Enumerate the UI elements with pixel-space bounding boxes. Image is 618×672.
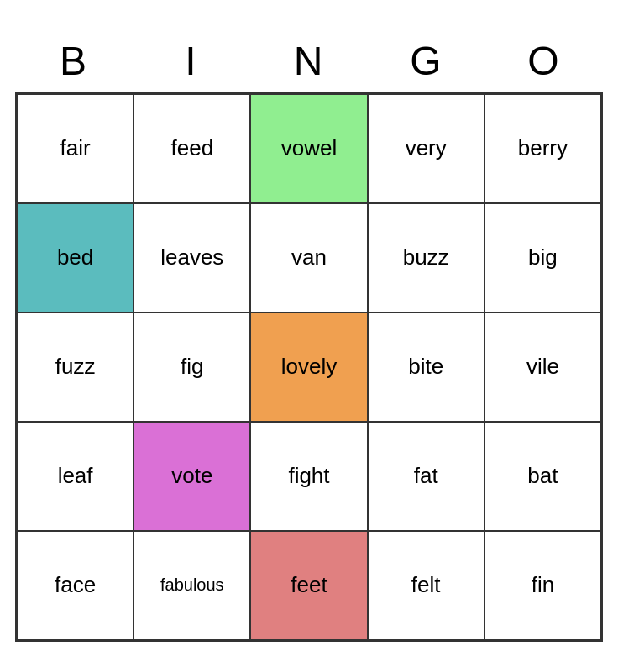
- bingo-cell[interactable]: face: [17, 531, 134, 640]
- cell-word: feed: [170, 135, 213, 161]
- cell-word: fabulous: [160, 575, 224, 595]
- header-letter: B: [15, 31, 133, 91]
- cell-word: bed: [57, 244, 93, 270]
- bingo-cell[interactable]: bite: [368, 312, 484, 422]
- bingo-cell[interactable]: fuzz: [17, 312, 134, 422]
- bingo-cell[interactable]: fabulous: [134, 531, 250, 640]
- cell-word: berry: [518, 135, 568, 161]
- bingo-cell[interactable]: feet: [250, 531, 367, 640]
- bingo-cell[interactable]: fig: [134, 312, 250, 422]
- header-letter: G: [368, 31, 485, 91]
- bingo-cell[interactable]: big: [484, 203, 601, 312]
- cell-word: buzz: [403, 244, 449, 270]
- bingo-cell[interactable]: vowel: [250, 94, 367, 203]
- header-letter: I: [133, 31, 250, 91]
- bingo-cell[interactable]: fight: [250, 422, 367, 531]
- cell-word: big: [528, 244, 558, 270]
- cell-word: fuzz: [55, 354, 96, 380]
- cell-word: lovely: [281, 354, 337, 380]
- bingo-cell[interactable]: feed: [134, 94, 250, 203]
- bingo-cell[interactable]: lovely: [250, 312, 367, 422]
- bingo-cell[interactable]: leaves: [134, 203, 250, 312]
- bingo-cell[interactable]: buzz: [368, 203, 484, 312]
- header-letter: O: [485, 31, 603, 91]
- bingo-cell[interactable]: vile: [484, 312, 601, 422]
- bingo-cell[interactable]: leaf: [17, 422, 134, 531]
- bingo-grid: fairfeedvowelveryberrybedleavesvanbuzzbi…: [15, 92, 603, 642]
- bingo-header: BINGO: [15, 31, 603, 91]
- bingo-cell[interactable]: fin: [484, 531, 601, 640]
- bingo-card: BINGO fairfeedvowelveryberrybedleavesvan…: [15, 31, 603, 642]
- bingo-cell[interactable]: felt: [368, 531, 484, 640]
- cell-word: fight: [288, 463, 329, 489]
- cell-word: vote: [171, 463, 212, 489]
- cell-word: van: [291, 244, 327, 270]
- cell-word: fat: [414, 463, 438, 489]
- cell-word: bite: [408, 354, 443, 380]
- bingo-cell[interactable]: very: [368, 94, 484, 203]
- cell-word: fig: [181, 354, 203, 380]
- bingo-cell[interactable]: fat: [368, 422, 484, 531]
- header-letter: N: [250, 31, 368, 91]
- cell-word: feet: [291, 572, 327, 598]
- cell-word: fin: [532, 572, 554, 598]
- bingo-cell[interactable]: bed: [17, 203, 134, 312]
- bingo-cell[interactable]: fair: [17, 94, 134, 203]
- cell-word: face: [55, 572, 96, 598]
- cell-word: very: [406, 135, 447, 161]
- cell-word: leaves: [160, 244, 223, 270]
- cell-word: vile: [526, 354, 559, 380]
- cell-word: bat: [527, 463, 558, 489]
- bingo-cell[interactable]: van: [250, 203, 367, 312]
- cell-word: leaf: [58, 463, 93, 489]
- cell-word: fair: [60, 135, 91, 161]
- cell-word: vowel: [281, 135, 337, 161]
- cell-word: felt: [411, 572, 441, 598]
- bingo-cell[interactable]: vote: [134, 422, 250, 531]
- bingo-cell[interactable]: bat: [484, 422, 601, 531]
- bingo-cell[interactable]: berry: [484, 94, 601, 203]
